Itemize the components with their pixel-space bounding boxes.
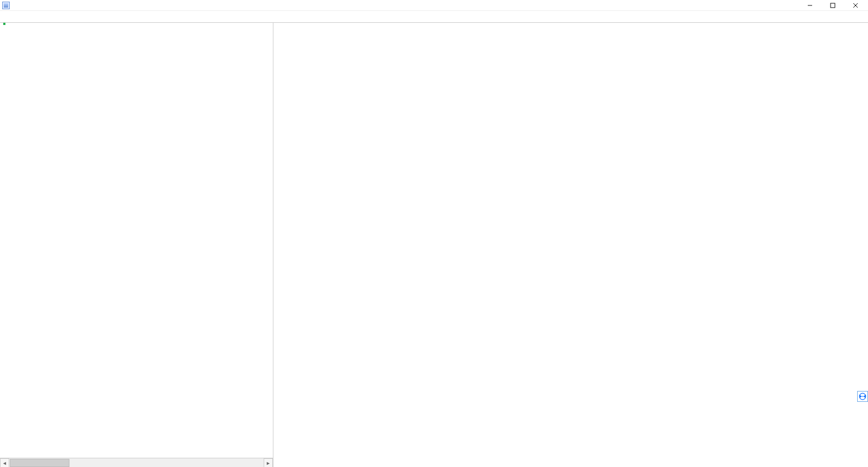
title-bar	[0, 0, 868, 11]
left-pane: ◄ ►	[0, 23, 273, 467]
maximize-button[interactable]	[822, 0, 843, 11]
window-controls	[800, 0, 868, 11]
horizontal-scrollbar[interactable]: ◄ ►	[0, 458, 273, 467]
tree-view[interactable]	[0, 23, 273, 458]
scroll-right-button[interactable]: ►	[264, 458, 273, 467]
scroll-left-button[interactable]: ◄	[0, 458, 9, 467]
right-pane[interactable]	[273, 23, 868, 467]
svg-rect-1	[831, 3, 835, 8]
scroll-thumb[interactable]	[10, 459, 69, 467]
app-icon	[2, 2, 10, 9]
menu-bar	[0, 11, 868, 23]
close-button[interactable]	[845, 0, 866, 11]
teamviewer-badge-icon[interactable]	[857, 391, 868, 402]
minimize-button[interactable]	[800, 0, 820, 11]
